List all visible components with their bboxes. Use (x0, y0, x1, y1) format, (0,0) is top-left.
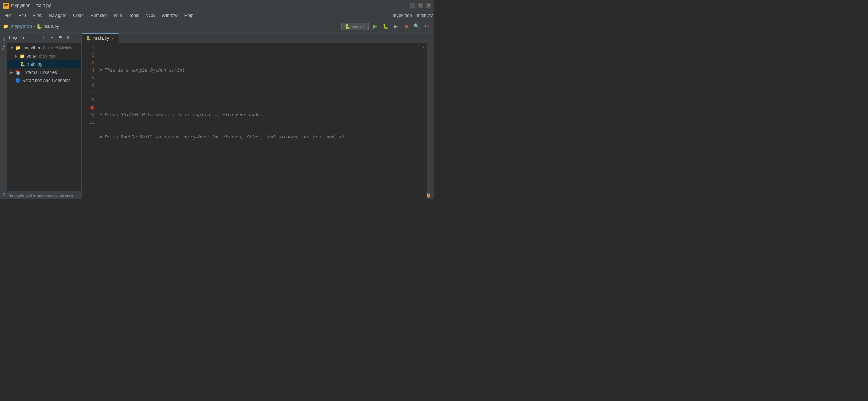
code-line-1: # This is a sample Python script. (99, 67, 424, 74)
tree-label-mypython: mypython (22, 45, 42, 50)
breadcrumb-project[interactable]: mypython (11, 24, 32, 29)
run-button[interactable]: ▶ (371, 22, 379, 30)
run-config-arrow: ▼ (362, 25, 365, 28)
window-controls: ─ □ ✕ (410, 3, 431, 8)
file-icon-mainpy: 🐍 (19, 61, 25, 67)
line-num-6: 6 (83, 82, 95, 89)
collapse-button[interactable]: ≡ (49, 35, 55, 41)
menu-code[interactable]: Code (70, 12, 87, 19)
tree-sublabel-venv: library root (37, 54, 55, 58)
menu-vcs[interactable]: VCS (143, 12, 158, 19)
menu-window[interactable]: Window (159, 12, 181, 19)
menu-refactor[interactable]: Refactor (88, 12, 110, 19)
tree-sublabel-mypython: C:\Users\Adminis (43, 46, 72, 50)
run-with-coverage-button[interactable]: ▶̈ (392, 22, 400, 30)
project-toolbar: Project ▾ + ≡ ≣ ⚙ − (7, 33, 81, 43)
app-icon-label: py (4, 4, 8, 7)
close-button[interactable]: ✕ (426, 3, 431, 8)
line-num-5: 5 (83, 74, 95, 82)
menu-help[interactable]: Help (181, 12, 197, 19)
code-line-6 (99, 178, 424, 186)
menu-edit[interactable]: Edit (15, 12, 29, 19)
line-num-8: 8 (83, 97, 95, 104)
line-num-1: 1 (83, 45, 95, 52)
right-sidebar-tab (427, 33, 434, 191)
breadcrumb-separator: › (33, 24, 35, 29)
tab-label-mainpy: main.py (93, 36, 109, 41)
menu-file[interactable]: File (1, 12, 14, 19)
file-checkmark: ✓ (422, 44, 425, 51)
toolbar-title-breadcrumb: mypython – main.py (393, 13, 433, 18)
breadcrumb-folder-icon: 📁 (3, 24, 9, 29)
code-content[interactable]: ✓ # This is a sample Python script. # Pr… (96, 43, 427, 200)
line-num-7: 7 (83, 89, 95, 97)
line-num-10: 10 (83, 111, 95, 119)
folder-icon-venv: 📁 (19, 53, 25, 59)
line-num-2: 2 (83, 52, 95, 59)
titlebar: py mypython – main.py ─ □ ✕ (0, 0, 434, 11)
expand-button[interactable]: ≣ (57, 35, 63, 41)
editor-area: 🐍 main.py ✕ 1 2 3 4 5 6 7 8 9 (82, 33, 427, 200)
statusbar-status-text: Navigate to the previous occurrence (8, 193, 73, 198)
run-config-icon: 🐍 (345, 24, 350, 29)
gear-icon[interactable]: ⚙ (65, 35, 72, 41)
add-file-button[interactable]: + (40, 35, 47, 41)
debug-button[interactable]: 🐛 (381, 22, 389, 30)
minimize-button[interactable]: ─ (410, 3, 415, 8)
statusbar-nav-icon: ☐ (3, 193, 7, 198)
close-panel-button[interactable]: − (73, 35, 80, 41)
project-tab-label[interactable]: Project (0, 34, 7, 53)
menu-tools[interactable]: Tools (126, 12, 142, 19)
menubar: File Edit View Navigate Code Refactor Ru… (0, 11, 434, 20)
tree-item-mainpy[interactable]: 🐍 main.py (7, 60, 81, 68)
project-toolbar-title: Project ▾ (9, 35, 39, 40)
editor-wrapper: 🐍 main.py ✕ 1 2 3 4 5 6 7 8 9 (82, 33, 427, 191)
code-editor: 1 2 3 4 5 6 7 8 9 10 11 ✓ (82, 43, 427, 200)
main-layout: Project Project ▾ + ≡ ≣ ⚙ − ▼ 📁 mypython… (0, 33, 434, 191)
tree-item-external-libs[interactable]: ▶ 📚 External Libraries (7, 68, 81, 76)
scratches-icon: 🔵 (15, 78, 21, 84)
statusbar-lock-icon: 🔒 (426, 193, 431, 198)
breadcrumb-file-icon: 🐍 (36, 24, 42, 29)
tree-item-mypython[interactable]: ▼ 📁 mypython C:\Users\Adminis (7, 44, 81, 52)
line-num-9-breakpoint: 9 (83, 104, 95, 111)
menu-run[interactable]: Run (111, 12, 125, 19)
window-title: mypython – main.py (11, 3, 51, 8)
maximize-button[interactable]: □ (418, 3, 423, 8)
tree-item-scratches[interactable]: 🔵 Scratches and Consoles (7, 76, 81, 85)
code-line-4: # Press Double Shift to search everywher… (99, 134, 424, 141)
tab-mainpy[interactable]: 🐍 main.py ✕ (82, 33, 119, 43)
settings-button[interactable]: ⚙ (423, 22, 431, 30)
code-comment-1: # This is a sample Python script. (99, 67, 188, 74)
tree-label-mainpy: main.py (27, 62, 42, 67)
tree-label-scratches: Scratches and Consoles (22, 78, 70, 83)
stop-button[interactable]: ⏹ (402, 22, 410, 30)
toolbar: 📁 mypython › 🐍 main.py 🐍 main ▼ ▶ 🐛 ▶̈ ⏹… (0, 20, 434, 33)
menu-view[interactable]: View (30, 12, 45, 19)
left-sidebar-tab: Project (0, 33, 7, 191)
statusbar-left: ☐ Navigate to the previous occurrence (3, 193, 73, 198)
toolbar-right: 🐍 main ▼ ▶ 🐛 ▶̈ ⏹ 🔍 ⚙ (341, 22, 431, 30)
folder-icon-mypython: 📁 (15, 45, 21, 51)
tab-icon-mainpy: 🐍 (86, 36, 91, 41)
breadcrumb: 📁 mypython › 🐍 main.py (3, 24, 59, 29)
tree-label-external-libs: External Libraries (22, 70, 57, 75)
code-comment-4: # Press Double Shift to search everywher… (99, 134, 345, 141)
breakpoint-dot (90, 106, 94, 110)
code-line-2 (99, 89, 424, 97)
tree-arrow-external-libs: ▶ (10, 71, 15, 74)
code-line-3: # Press Shift+F10 to execute it or repla… (99, 111, 424, 119)
code-comment-3: # Press Shift+F10 to execute it or repla… (99, 111, 262, 119)
editor-tabs: 🐍 main.py ✕ (82, 33, 427, 43)
code-line-5 (99, 156, 424, 163)
tree-item-venv[interactable]: ▶ 📁 venv library root (7, 52, 81, 60)
project-panel: Project ▾ + ≡ ≣ ⚙ − ▼ 📁 mypython C:\User… (7, 33, 82, 191)
tab-close-mainpy[interactable]: ✕ (111, 36, 114, 40)
line-num-3: 3 (83, 59, 95, 67)
tree-label-venv: venv (27, 53, 36, 59)
run-config-label: main (352, 24, 361, 29)
line-numbers: 1 2 3 4 5 6 7 8 9 10 11 (82, 43, 96, 200)
search-everywhere-button[interactable]: 🔍 (412, 22, 421, 30)
run-config-selector[interactable]: 🐍 main ▼ (341, 23, 369, 30)
menu-navigate[interactable]: Navigate (46, 12, 69, 19)
